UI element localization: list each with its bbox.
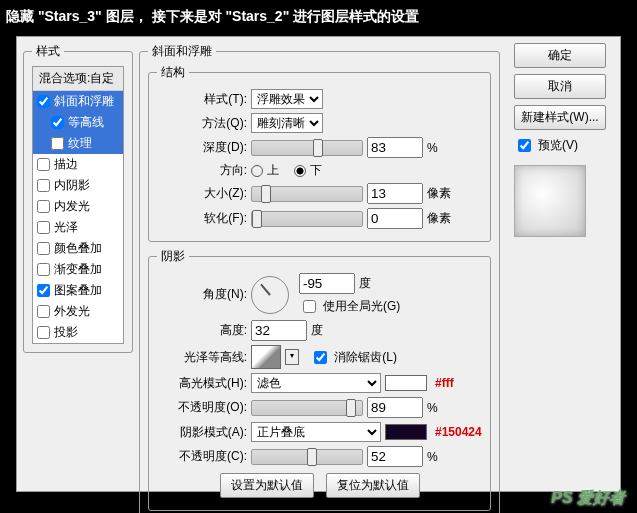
highlight-color-swatch[interactable] (385, 375, 427, 391)
gloss-contour-picker[interactable] (251, 345, 281, 369)
style-item-checkbox[interactable] (37, 284, 50, 297)
settings-column: 斜面和浮雕 结构 样式(T): 浮雕效果 方法(Q): 雕刻清晰 深度(D): … (133, 43, 506, 485)
style-item[interactable]: 渐变叠加 (33, 259, 123, 280)
styles-list: 混合选项:自定 斜面和浮雕等高线纹理描边内阴影内发光光泽颜色叠加渐变叠加图案叠加… (32, 66, 124, 344)
style-label: 样式(T): (157, 91, 247, 108)
soften-slider[interactable] (251, 211, 363, 227)
style-item-label: 等高线 (68, 114, 104, 131)
angle-input[interactable] (299, 273, 355, 294)
styles-column: 样式 混合选项:自定 斜面和浮雕等高线纹理描边内阴影内发光光泽颜色叠加渐变叠加图… (23, 43, 133, 485)
style-item-label: 纹理 (68, 135, 92, 152)
style-item-checkbox[interactable] (37, 221, 50, 234)
depth-input[interactable] (367, 137, 423, 158)
style-item[interactable]: 颜色叠加 (33, 238, 123, 259)
gloss-contour-label: 光泽等高线: (157, 349, 247, 366)
antialias-label: 消除锯齿(L) (334, 349, 397, 366)
highlight-opacity-slider[interactable] (251, 400, 363, 416)
shadow-color-annotation: #150424 (435, 425, 482, 439)
instruction-caption: 隐藏 "Stars_3" 图层， 接下来是对 "Stars_2" 进行图层样式的… (0, 0, 637, 34)
percent-unit: % (427, 401, 438, 415)
style-item-checkbox[interactable] (37, 95, 50, 108)
altitude-label: 高度: (157, 322, 247, 339)
style-item-checkbox[interactable] (37, 200, 50, 213)
shadow-opacity-slider[interactable] (251, 449, 363, 465)
depth-slider[interactable] (251, 140, 363, 156)
soften-label: 软化(F): (157, 210, 247, 227)
style-item-checkbox[interactable] (37, 242, 50, 255)
shadow-mode-select[interactable]: 正片叠底 (251, 422, 381, 442)
style-item-checkbox[interactable] (51, 116, 64, 129)
technique-select[interactable]: 雕刻清晰 (251, 113, 323, 133)
style-item-label: 描边 (54, 156, 78, 173)
style-item[interactable]: 内发光 (33, 196, 123, 217)
pixel-unit: 像素 (427, 185, 451, 202)
altitude-input[interactable] (251, 320, 307, 341)
highlight-mode-select[interactable]: 滤色 (251, 373, 381, 393)
direction-up-radio[interactable] (251, 165, 263, 177)
style-item-label: 颜色叠加 (54, 240, 102, 257)
style-item-checkbox[interactable] (51, 137, 64, 150)
bevel-legend: 斜面和浮雕 (148, 43, 216, 60)
preview-checkbox[interactable] (518, 139, 531, 152)
buttons-column: 确定 取消 新建样式(W)... 预览(V) (506, 43, 614, 485)
style-item-label: 斜面和浮雕 (54, 93, 114, 110)
new-style-button[interactable]: 新建样式(W)... (514, 105, 606, 130)
style-item-checkbox[interactable] (37, 305, 50, 318)
style-item-label: 内发光 (54, 198, 90, 215)
style-item[interactable]: 纹理 (33, 133, 123, 154)
style-item-checkbox[interactable] (37, 179, 50, 192)
watermark: PS 爱好者 (551, 488, 625, 509)
angle-label: 角度(N): (157, 286, 247, 303)
style-item[interactable]: 投影 (33, 322, 123, 343)
style-item-checkbox[interactable] (37, 263, 50, 276)
global-light-label: 使用全局光(G) (323, 298, 400, 315)
shadow-color-swatch[interactable] (385, 424, 427, 440)
highlight-opacity-label: 不透明度(O): (157, 399, 247, 416)
degree-unit: 度 (359, 275, 371, 292)
style-item[interactable]: 内阴影 (33, 175, 123, 196)
highlight-color-annotation: #fff (435, 376, 454, 390)
size-label: 大小(Z): (157, 185, 247, 202)
percent-unit: % (427, 141, 438, 155)
styles-legend: 样式 (32, 43, 64, 60)
style-item[interactable]: 图案叠加 (33, 280, 123, 301)
style-item[interactable]: 外发光 (33, 301, 123, 322)
style-item[interactable]: 描边 (33, 154, 123, 175)
reset-default-button[interactable]: 复位为默认值 (326, 473, 420, 498)
style-item-label: 投影 (54, 324, 78, 341)
direction-label: 方向: (157, 162, 247, 179)
shadow-opacity-input[interactable] (367, 446, 423, 467)
size-slider[interactable] (251, 186, 363, 202)
ok-button[interactable]: 确定 (514, 43, 606, 68)
style-item[interactable]: 斜面和浮雕 (33, 91, 123, 112)
style-item-checkbox[interactable] (37, 158, 50, 171)
global-light-checkbox[interactable] (303, 300, 316, 313)
percent-unit: % (427, 450, 438, 464)
antialias-checkbox[interactable] (314, 351, 327, 364)
style-item-label: 内阴影 (54, 177, 90, 194)
style-item[interactable]: 等高线 (33, 112, 123, 133)
make-default-button[interactable]: 设置为默认值 (220, 473, 314, 498)
bevel-fieldset: 斜面和浮雕 结构 样式(T): 浮雕效果 方法(Q): 雕刻清晰 深度(D): … (139, 43, 500, 513)
chevron-down-icon[interactable]: ▾ (285, 349, 299, 365)
styles-fieldset: 样式 混合选项:自定 斜面和浮雕等高线纹理描边内阴影内发光光泽颜色叠加渐变叠加图… (23, 43, 133, 353)
direction-down-radio[interactable] (294, 165, 306, 177)
structure-legend: 结构 (157, 64, 189, 81)
soften-input[interactable] (367, 208, 423, 229)
style-item-checkbox[interactable] (37, 326, 50, 339)
blending-options-item[interactable]: 混合选项:自定 (33, 67, 123, 91)
style-item[interactable]: 光泽 (33, 217, 123, 238)
layer-style-dialog: 样式 混合选项:自定 斜面和浮雕等高线纹理描边内阴影内发光光泽颜色叠加渐变叠加图… (16, 36, 621, 492)
style-select[interactable]: 浮雕效果 (251, 89, 323, 109)
style-item-label: 外发光 (54, 303, 90, 320)
angle-dial[interactable] (251, 276, 289, 314)
direction-up-label: 上 (267, 162, 279, 179)
depth-label: 深度(D): (157, 139, 247, 156)
structure-fieldset: 结构 样式(T): 浮雕效果 方法(Q): 雕刻清晰 深度(D): % 方向: (148, 64, 491, 242)
cancel-button[interactable]: 取消 (514, 74, 606, 99)
highlight-mode-label: 高光模式(H): (157, 375, 247, 392)
highlight-opacity-input[interactable] (367, 397, 423, 418)
shading-legend: 阴影 (157, 248, 189, 265)
size-input[interactable] (367, 183, 423, 204)
style-item-label: 图案叠加 (54, 282, 102, 299)
